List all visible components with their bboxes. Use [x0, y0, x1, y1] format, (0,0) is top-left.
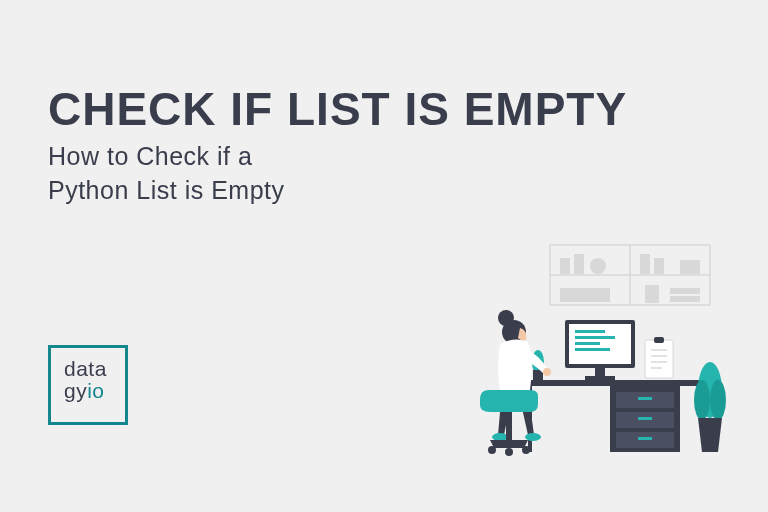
logo-text: data gyio — [64, 358, 107, 402]
svg-rect-9 — [560, 288, 610, 302]
workspace-illustration — [420, 240, 730, 470]
logo-line-2: gy — [64, 379, 87, 402]
page-subtitle: How to Check if a Python List is Empty — [48, 140, 284, 208]
subtitle-line-2: Python List is Empty — [48, 176, 284, 204]
svg-point-5 — [590, 258, 606, 274]
svg-rect-26 — [575, 342, 600, 345]
svg-rect-8 — [680, 260, 700, 274]
logo-io-text: io — [87, 379, 104, 402]
svg-rect-10 — [645, 285, 659, 303]
svg-point-44 — [492, 433, 508, 441]
page-title: CHECK IF LIST IS EMPTY — [48, 82, 627, 136]
svg-rect-28 — [595, 368, 605, 376]
svg-rect-19 — [638, 417, 652, 420]
datagy-logo: data gyio — [48, 345, 128, 425]
logo-line-1: data — [64, 357, 107, 380]
svg-rect-18 — [638, 397, 652, 400]
svg-rect-7 — [654, 258, 664, 274]
svg-rect-27 — [575, 348, 610, 351]
svg-rect-13 — [520, 380, 700, 386]
svg-point-49 — [505, 448, 513, 456]
svg-point-37 — [694, 380, 710, 420]
svg-rect-11 — [670, 288, 700, 294]
svg-rect-24 — [575, 330, 605, 333]
svg-rect-29 — [585, 376, 615, 380]
svg-point-43 — [543, 368, 551, 376]
svg-point-38 — [710, 380, 726, 420]
svg-point-45 — [525, 433, 541, 441]
svg-point-48 — [522, 446, 530, 454]
svg-point-47 — [488, 446, 496, 454]
svg-rect-6 — [640, 254, 650, 274]
svg-rect-3 — [560, 258, 570, 274]
svg-rect-31 — [654, 337, 664, 343]
svg-rect-30 — [645, 340, 673, 378]
svg-rect-20 — [638, 437, 652, 440]
svg-rect-25 — [575, 336, 615, 339]
subtitle-line-1: How to Check if a — [48, 142, 252, 170]
svg-rect-46 — [506, 412, 512, 440]
svg-rect-12 — [670, 296, 700, 302]
svg-rect-4 — [574, 254, 584, 274]
